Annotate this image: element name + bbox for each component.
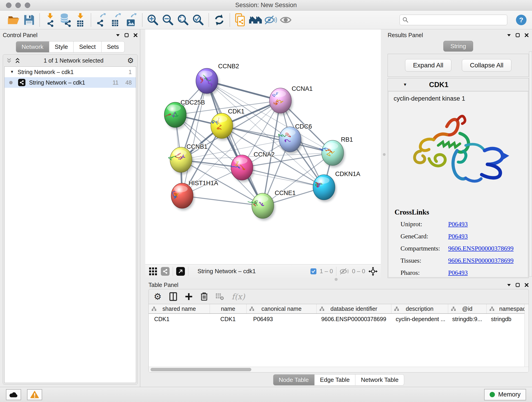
graph-node-CDK1[interactable] (211, 113, 234, 140)
protein-section-header[interactable]: ▼ CDK1 (388, 78, 529, 91)
pharos-link[interactable]: P06493 (448, 269, 528, 276)
tissues-link[interactable]: 9606.ENSP00000378699 (448, 257, 528, 264)
search-input[interactable] (411, 17, 504, 23)
graph-node-CCNE1[interactable] (248, 193, 275, 220)
graph-node-CCNB1[interactable] (169, 147, 193, 174)
first-neighbors-button[interactable] (248, 12, 263, 28)
cell-canonical-name[interactable]: P06493 (246, 314, 317, 324)
float-panel-icon[interactable] (515, 283, 520, 287)
column-header[interactable]: namespace (486, 304, 529, 313)
graph-node-CDC6[interactable] (279, 127, 303, 154)
expand-all-button[interactable]: Expand All (405, 59, 451, 71)
table-horizontal-scrollbar[interactable] (149, 367, 529, 372)
tab-string[interactable]: String (443, 41, 473, 51)
column-header[interactable]: database identifier (317, 304, 391, 313)
create-column-icon[interactable] (185, 293, 193, 300)
open-session-button[interactable] (6, 12, 22, 28)
search-box[interactable] (399, 15, 507, 25)
graph-node-CDKN1A[interactable] (313, 175, 336, 202)
birds-eye-view-button[interactable] (176, 267, 185, 276)
network-view-button[interactable] (161, 267, 170, 276)
grid-view-button[interactable] (148, 267, 158, 276)
results-panel-title: Results Panel (388, 32, 423, 38)
column-header[interactable]: shared name (149, 304, 210, 313)
compartments-link[interactable]: 9606.ENSP00000378699 (448, 245, 528, 252)
export-image-button[interactable] (124, 12, 139, 28)
collapse-tree-icon[interactable] (15, 58, 20, 63)
float-panel-icon[interactable] (124, 33, 129, 37)
collapse-all-button[interactable]: Collapse All (462, 59, 511, 71)
collapse-panel-icon[interactable] (116, 34, 120, 37)
expand-tree-icon[interactable] (7, 58, 12, 63)
show-all-button[interactable] (278, 12, 293, 28)
tab-network[interactable]: Network (16, 41, 49, 52)
column-header[interactable]: canonical name (246, 304, 317, 313)
tab-style[interactable]: Style (49, 41, 74, 52)
network-options-gear-icon[interactable]: ⚙ (127, 57, 134, 64)
cell-namespace[interactable]: stringdb (486, 314, 529, 324)
tab-sets[interactable]: Sets (101, 41, 125, 52)
network-graph[interactable]: CCNB2CCNA1CDC25BCDK1CDC6RB1CCNB1CCNA2CDK… (145, 29, 381, 264)
horizontal-splitter[interactable] (140, 278, 532, 281)
import-network-button[interactable] (43, 12, 58, 28)
collapse-panel-icon[interactable] (507, 283, 511, 287)
graph-node-CDC25B[interactable] (164, 102, 188, 129)
graph-node-CCNB2[interactable] (196, 68, 219, 96)
close-panel-icon[interactable] (525, 33, 529, 37)
graph-node-label: CCNA1 (292, 85, 313, 92)
network-canvas[interactable]: CCNB2CCNA1CDC25BCDK1CDC6RB1CCNB1CCNA2CDK… (145, 29, 381, 264)
export-network-button[interactable] (94, 12, 109, 28)
duplicate-network-button[interactable] (233, 12, 248, 28)
results-scrollbar[interactable] (529, 51, 532, 277)
show-columns-icon[interactable] (169, 292, 177, 301)
tab-edge-table[interactable]: Edge Table (315, 374, 355, 385)
cell-description[interactable]: cyclin-dependent ... (391, 314, 448, 324)
warnings-button[interactable] (27, 389, 42, 400)
graph-node-CCNA1[interactable] (269, 88, 293, 115)
cell-database-identifier[interactable]: 9606.ENSP00000378699 (317, 314, 391, 324)
table-options-gear-icon[interactable]: ⚙ (154, 292, 162, 301)
selected-checkbox[interactable] (310, 268, 317, 274)
zoom-fit-button[interactable] (176, 12, 191, 28)
tab-node-table[interactable]: Node Table (273, 374, 315, 385)
import-network-from-database-button[interactable] (58, 12, 73, 28)
cell-name[interactable]: CDK1 (210, 314, 246, 324)
zoom-in-button[interactable] (145, 12, 160, 28)
cell-id[interactable]: stringdb:9... (448, 314, 486, 324)
uniprot-link[interactable]: P06493 (448, 220, 528, 228)
graph-node-CCNA2[interactable] (231, 155, 254, 182)
column-header[interactable]: description (391, 304, 448, 313)
network-collection-row[interactable]: ▼ String Network – cdk1 1 (5, 67, 136, 77)
tab-select[interactable]: Select (74, 41, 101, 52)
close-panel-icon[interactable] (525, 283, 529, 287)
column-header[interactable]: name (210, 304, 246, 313)
export-network-icon (96, 13, 107, 27)
memory-status-dot (490, 392, 495, 397)
import-table-button[interactable] (73, 12, 88, 28)
zoom-selected-button[interactable] (191, 12, 206, 28)
section-caret-icon[interactable]: ▼ (403, 82, 407, 87)
help-button[interactable]: ? (516, 15, 526, 25)
export-table-button[interactable] (109, 12, 124, 28)
vertical-splitter[interactable] (381, 29, 388, 278)
cloud-status-button[interactable] (6, 389, 21, 400)
float-panel-icon[interactable] (515, 33, 520, 37)
table-vertical-scrollbar[interactable] (525, 304, 529, 367)
hide-selected-button[interactable] (263, 12, 278, 28)
zoom-out-button[interactable] (160, 12, 176, 28)
network-row-selected[interactable]: String Network – cdk1 11 48 (5, 77, 136, 88)
memory-button[interactable]: Memory (484, 389, 526, 400)
tab-network-table[interactable]: Network Table (355, 374, 404, 385)
genecard-link[interactable]: P06493 (448, 233, 528, 240)
crosslink-label: Pharos: (400, 269, 448, 276)
delete-column-icon[interactable] (201, 292, 208, 301)
column-header[interactable]: @id (448, 304, 486, 313)
tree-caret-icon[interactable]: ▼ (10, 70, 14, 74)
cell-shared-name[interactable]: CDK1 (149, 314, 210, 324)
apply-layout-button[interactable] (212, 12, 227, 28)
save-session-button[interactable] (22, 12, 37, 28)
collapse-panel-icon[interactable] (507, 34, 511, 37)
close-panel-icon[interactable] (133, 33, 138, 37)
table-row[interactable]: CDK1 CDK1 P06493 9606.ENSP00000378699 cy… (149, 314, 529, 324)
pan-tool-button[interactable] (368, 267, 378, 276)
